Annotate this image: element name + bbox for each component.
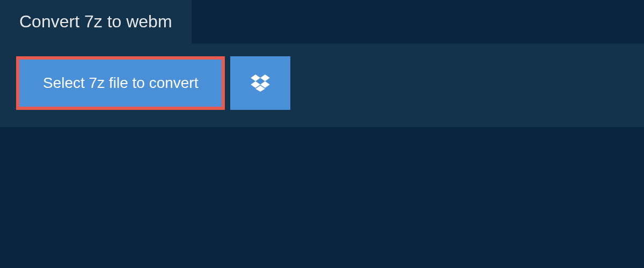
button-row: Select 7z file to convert [16, 56, 628, 110]
select-file-label: Select 7z file to convert [43, 75, 198, 92]
conversion-panel: Select 7z file to convert [0, 43, 644, 127]
tab-title: Convert 7z to webm [19, 12, 172, 31]
select-file-button[interactable]: Select 7z file to convert [16, 56, 225, 110]
dropbox-button[interactable] [230, 56, 290, 110]
tab-header: Convert 7z to webm [0, 0, 192, 43]
dropbox-icon [251, 75, 270, 92]
